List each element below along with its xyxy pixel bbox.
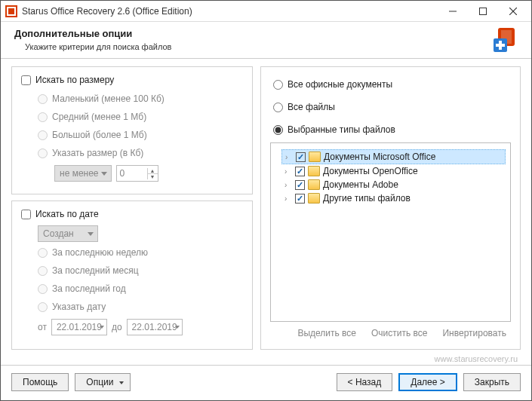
next-button[interactable]: Далее > xyxy=(398,373,457,391)
date-from-input[interactable]: 22.01.2019 xyxy=(51,319,107,335)
size-number-input[interactable]: 0 ▲▼ xyxy=(116,165,158,182)
date-type-combo[interactable]: Создан xyxy=(38,225,98,242)
tree-label: Документы OpenOffice xyxy=(323,166,418,176)
tree-item-openoffice[interactable]: › ✓ Документы OpenOffice xyxy=(281,164,506,178)
filter-option-all[interactable]: Все файлы xyxy=(273,102,511,112)
date-to-input[interactable]: 22.01.2019 xyxy=(127,319,183,335)
invert-link[interactable]: Инвертировать xyxy=(442,328,506,338)
svg-rect-10 xyxy=(496,44,505,47)
filter-option-office[interactable]: Все офисные документы xyxy=(273,79,511,90)
size-option-small[interactable]: Маленький (менее 100 Кб) xyxy=(38,91,243,106)
tree-checkbox[interactable]: ✓ xyxy=(295,167,305,176)
expand-icon[interactable]: › xyxy=(285,153,293,161)
left-column: Искать по размеру Маленький (менее 100 К… xyxy=(11,66,253,350)
help-button[interactable]: Помощь xyxy=(11,373,69,391)
titlebar: Starus Office Recovery 2.6 (Office Editi… xyxy=(1,1,531,22)
date-radio-custom[interactable] xyxy=(38,302,48,312)
tree-checkbox[interactable]: ✓ xyxy=(295,180,305,190)
size-option-custom[interactable]: Указать размер (в Кб) xyxy=(38,145,243,161)
spin-up[interactable]: ▲ xyxy=(147,168,158,174)
filetype-panel: Все офисные документы Все файлы Выбранны… xyxy=(260,66,521,350)
maximize-button[interactable] xyxy=(468,2,498,21)
size-radio-small[interactable] xyxy=(38,94,48,104)
folder-icon xyxy=(309,152,321,162)
size-radio-custom[interactable] xyxy=(38,148,48,158)
expand-icon[interactable]: › xyxy=(284,167,292,176)
date-option-custom[interactable]: Указать дату xyxy=(38,299,243,314)
filter-radio-all[interactable] xyxy=(273,103,283,112)
size-combo[interactable]: не менее xyxy=(54,165,112,182)
clear-all-link[interactable]: Очистить все xyxy=(371,328,427,338)
content-area: Искать по размеру Маленький (менее 100 К… xyxy=(1,59,531,354)
date-panel: Искать по дате Создан За последнюю недел… xyxy=(11,200,253,350)
filetype-tree[interactable]: › ✓ Документы Microsoft Office › ✓ Докум… xyxy=(270,142,511,322)
expand-icon[interactable]: › xyxy=(284,181,292,189)
minimize-button[interactable] xyxy=(438,2,468,21)
folder-icon xyxy=(308,193,320,204)
size-option-large[interactable]: Большой (более 1 Мб) xyxy=(38,127,243,142)
size-radio-medium[interactable] xyxy=(38,112,48,122)
filter-radio-selected[interactable] xyxy=(273,125,283,135)
tree-label: Документы Microsoft Office xyxy=(324,152,435,162)
svg-rect-3 xyxy=(480,8,487,14)
date-option-month[interactable]: За последний месяц xyxy=(38,263,243,278)
custom-size-row: не менее 0 ▲▼ xyxy=(54,165,243,182)
svg-rect-1 xyxy=(8,8,14,14)
date-from-label: от xyxy=(38,322,47,332)
date-to-label: до xyxy=(112,322,122,332)
tree-item-other[interactable]: › ✓ Другие типы файлов xyxy=(281,191,506,205)
size-option-medium[interactable]: Средний (менее 1 Мб) xyxy=(38,109,243,124)
office-plus-icon xyxy=(494,28,518,52)
custom-date-row: от 22.01.2019 до 22.01.2019 xyxy=(38,319,243,335)
tree-item-adobe[interactable]: › ✓ Документы Adobe xyxy=(281,178,506,191)
size-check-label: Искать по размеру xyxy=(35,75,114,85)
app-icon xyxy=(5,5,17,17)
size-checkbox[interactable] xyxy=(21,75,31,85)
tree-item-ms-office[interactable]: › ✓ Документы Microsoft Office xyxy=(281,149,506,164)
wizard-header: Дополнительные опции Укажите критерии дл… xyxy=(1,22,531,59)
window-title: Starus Office Recovery 2.6 (Office Editi… xyxy=(22,6,438,17)
size-number-value: 0 xyxy=(117,168,147,179)
wizard-footer: Помощь Опции < Назад Далее > Закрыть xyxy=(1,365,531,400)
close-wizard-button[interactable]: Закрыть xyxy=(463,373,521,391)
date-option-year[interactable]: За последний год xyxy=(38,281,243,296)
expand-icon[interactable]: › xyxy=(284,194,292,203)
date-option-week[interactable]: За последнюю неделю xyxy=(38,245,243,260)
page-subtitle: Укажите критерии для поиска файлов xyxy=(25,42,494,51)
back-button[interactable]: < Назад xyxy=(337,373,393,391)
date-radio-month[interactable] xyxy=(38,266,48,276)
close-button[interactable] xyxy=(498,2,528,21)
date-checkbox[interactable] xyxy=(21,210,31,219)
tree-label: Другие типы файлов xyxy=(323,193,411,204)
page-title: Дополнительные опции xyxy=(14,28,494,39)
size-radio-large[interactable] xyxy=(38,130,48,140)
filter-radio-office[interactable] xyxy=(273,80,283,90)
folder-icon xyxy=(308,166,320,176)
tree-checkbox[interactable]: ✓ xyxy=(296,152,306,162)
search-by-size-check[interactable]: Искать по размеру xyxy=(21,75,243,85)
spin-down[interactable]: ▼ xyxy=(147,174,158,179)
date-radio-year[interactable] xyxy=(38,284,48,294)
date-check-label: Искать по дате xyxy=(35,209,99,219)
folder-icon xyxy=(308,179,320,190)
tree-label: Документы Adobe xyxy=(323,179,398,190)
filter-option-selected[interactable]: Выбранные типы файлов xyxy=(273,124,511,135)
website-url: www.starusrecovery.ru xyxy=(1,354,531,365)
size-panel: Искать по размеру Маленький (менее 100 К… xyxy=(11,66,253,194)
tree-actions: Выделить все Очистить все Инвертировать xyxy=(270,322,511,340)
date-radio-week[interactable] xyxy=(38,248,48,258)
options-button[interactable]: Опции xyxy=(75,373,131,391)
select-all-link[interactable]: Выделить все xyxy=(297,328,356,338)
tree-checkbox[interactable]: ✓ xyxy=(295,194,305,204)
search-by-date-check[interactable]: Искать по дате xyxy=(21,209,243,219)
